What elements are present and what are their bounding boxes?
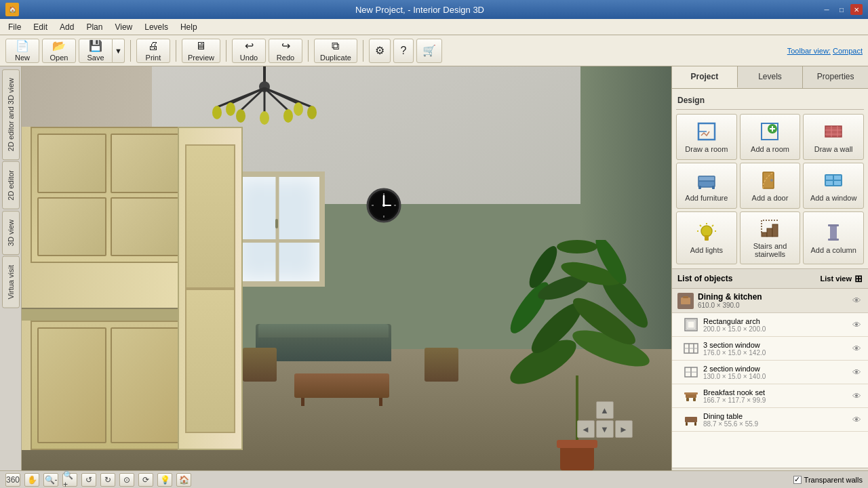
viewport[interactable]: ▲ ◄ ▼ ► — [22, 66, 671, 470]
duplicate-button[interactable]: ⧉ Duplicate — [314, 39, 357, 63]
list-view-icon[interactable]: ⊞ — [854, 273, 863, 284]
menu-edit[interactable]: Edit — [28, 21, 53, 33]
add-room-label: Add a room — [751, 145, 789, 153]
menu-add[interactable]: Add — [54, 21, 79, 33]
toolbar-view-label: Toolbar view: — [787, 47, 831, 55]
add-room-button[interactable]: Add a room — [740, 114, 801, 160]
sidebar-tab-2d[interactable]: 2D editor — [2, 161, 20, 209]
print-button[interactable]: 🖨 Print — [136, 39, 170, 63]
new-label: New — [15, 54, 30, 62]
zoom-out-button[interactable]: 🔍- — [43, 473, 58, 487]
wardrobe — [178, 127, 243, 450]
add-furniture-button[interactable]: Add furniture — [676, 163, 737, 209]
eye-toggle-3w[interactable]: 👁 — [850, 342, 863, 354]
arrow-right-button[interactable]: ► — [615, 420, 633, 438]
eye-toggle-bn[interactable]: 👁 — [850, 390, 863, 402]
home-button[interactable]: 🏠 — [176, 473, 191, 487]
light-toggle-button[interactable]: 💡 — [157, 473, 172, 487]
compact-link[interactable]: Compact — [833, 47, 863, 55]
undo-button[interactable]: ↩ Undo — [232, 39, 266, 63]
settings-button[interactable]: ⚙ — [369, 39, 391, 63]
zoom-in-button[interactable]: 🔍+ — [62, 473, 77, 487]
category-name: Dining & kitchen — [698, 292, 846, 302]
store-button[interactable]: 🛒 — [416, 39, 442, 63]
sidebar-tab-3d[interactable]: 3D view — [2, 211, 20, 255]
sidebar-tab-virtual[interactable]: Virtua visit — [2, 256, 20, 308]
redo-button[interactable]: ↪ Redo — [269, 39, 302, 63]
svg-rect-52 — [698, 186, 701, 189]
arrow-down-button[interactable]: ▼ — [596, 420, 614, 438]
transparent-walls-checkbox[interactable]: ✓ — [793, 476, 802, 484]
settings-icon: ⚙ — [375, 44, 384, 57]
menu-levels[interactable]: Levels — [139, 21, 174, 33]
eye-toggle-category[interactable]: 👁 — [850, 295, 863, 307]
design-section: Design Draw a room — [672, 89, 868, 268]
item-name-3w: 3 section window — [703, 341, 846, 349]
add-window-icon — [823, 169, 844, 191]
help-button[interactable]: ? — [393, 39, 414, 63]
item-info-3w: 3 section window 176.0 × 15.0 × 142.0 — [703, 341, 846, 357]
add-lights-button[interactable]: Add lights — [676, 211, 737, 264]
category-info: Dining & kitchen 610.0 × 390.0 — [698, 292, 846, 309]
left-sidebar: 2D editor and 3D view 2D editor 3D view … — [0, 66, 22, 470]
objects-list[interactable]: Dining & kitchen 610.0 × 390.0 👁 — [672, 289, 868, 468]
measure-button[interactable]: ⟳ — [138, 473, 153, 487]
scroll-indicator — [672, 468, 868, 470]
sidebar-tab-2d-3d[interactable]: 2D editor and 3D view — [2, 69, 20, 160]
close-button[interactable]: ✕ — [850, 4, 863, 15]
tab-project[interactable]: Project — [672, 66, 738, 88]
maximize-button[interactable]: □ — [835, 4, 848, 15]
open-button[interactable]: 📂 Open — [42, 39, 76, 63]
list-view-label[interactable]: List view — [821, 274, 852, 283]
item-info-dt: Dining table 88.7 × 55.6 × 55.9 — [703, 412, 846, 428]
add-furniture-icon — [696, 169, 717, 191]
svg-rect-91 — [686, 422, 688, 426]
lower-cabinets — [31, 321, 186, 450]
dining-table-icon — [683, 411, 699, 428]
menu-help[interactable]: Help — [175, 21, 203, 33]
add-door-button[interactable]: Add a door — [740, 163, 801, 209]
eye-toggle-arch[interactable]: 👁 — [850, 319, 863, 331]
object-item-2section-window[interactable]: 2 section window 130.0 × 15.0 × 140.0 👁 — [672, 361, 868, 384]
add-window-label: Add a window — [810, 194, 857, 202]
object-item-3section-window[interactable]: 3 section window 176.0 × 15.0 × 142.0 👁 — [672, 337, 868, 361]
new-button[interactable]: 📄 New — [5, 39, 39, 63]
draw-wall-button[interactable]: Draw a wall — [803, 114, 864, 160]
minimize-button[interactable]: ─ — [821, 4, 833, 15]
duplicate-icon: ⧉ — [332, 40, 339, 52]
rotate-cw-button[interactable]: ↻ — [100, 473, 115, 487]
preview-button[interactable]: 🖥 Preview — [182, 39, 220, 63]
vr-button[interactable]: 360 — [5, 473, 20, 487]
add-column-button[interactable]: Add a column — [803, 211, 864, 264]
eye-toggle-2w[interactable]: 👁 — [850, 366, 863, 378]
object-category-dining-kitchen[interactable]: Dining & kitchen 610.0 × 390.0 👁 — [672, 289, 868, 313]
object-item-rectangular-arch[interactable]: Rectangular arch 200.0 × 15.0 × 200.0 👁 — [672, 313, 868, 337]
svg-line-3 — [241, 88, 264, 110]
object-item-dining-table[interactable]: Dining table 88.7 × 55.6 × 55.9 👁 — [672, 408, 868, 432]
save-button[interactable]: 💾 Save — [79, 39, 113, 63]
menu-file[interactable]: File — [3, 21, 26, 33]
stairs-button[interactable]: Stairs and stairwells — [740, 211, 801, 264]
arrow-left-button[interactable]: ◄ — [577, 420, 595, 438]
tab-properties[interactable]: Properties — [803, 66, 868, 88]
object-item-breakfast-nook[interactable]: Breakfast nook set 166.7 × 117.7 × 99.9 … — [672, 384, 868, 408]
draw-room-button[interactable]: Draw a room — [676, 114, 737, 160]
countertop — [22, 308, 195, 321]
item-info-bn: Breakfast nook set 166.7 × 117.7 × 99.9 — [703, 388, 846, 404]
draw-wall-label: Draw a wall — [814, 145, 853, 153]
arrow-up-button[interactable]: ▲ — [596, 401, 614, 419]
titlebar: 🏠 New Project, - Interior Design 3D ─ □ … — [0, 0, 868, 19]
item-dims-3w: 176.0 × 15.0 × 142.0 — [703, 349, 846, 357]
menu-view[interactable]: View — [109, 21, 138, 33]
rotate-ccw-button[interactable]: ↺ — [81, 473, 96, 487]
save-dropdown-button[interactable]: ▼ — [113, 39, 125, 63]
wardrobe-door-2 — [185, 289, 235, 433]
center-button[interactable]: ⊙ — [119, 473, 134, 487]
item-name-dt: Dining table — [703, 412, 846, 420]
add-window-button[interactable]: Add a window — [803, 163, 864, 209]
tab-levels[interactable]: Levels — [738, 66, 804, 88]
menu-plan[interactable]: Plan — [81, 21, 108, 33]
eye-toggle-dt[interactable]: 👁 — [850, 413, 863, 426]
cabinet-door-2 — [111, 134, 180, 192]
pan-button[interactable]: ✋ — [24, 473, 39, 487]
